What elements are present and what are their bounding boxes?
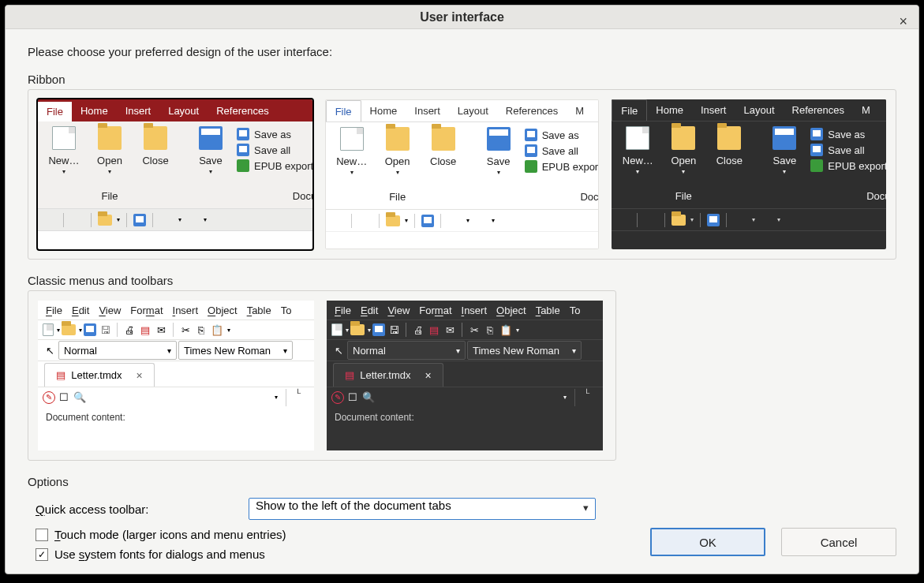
redo-icon[interactable]: ↷ — [758, 213, 772, 227]
save-all-item[interactable]: Save all — [237, 144, 312, 156]
ribbon-tab-more[interactable]: M — [567, 100, 593, 121]
pdf-icon[interactable]: ▤ — [138, 323, 152, 337]
paste-icon[interactable]: 📋 — [210, 323, 224, 337]
save-as-item[interactable]: Save as — [525, 129, 600, 141]
ribbon-tab-home[interactable]: Home — [72, 99, 117, 121]
font-combo[interactable]: Times New Roman — [178, 341, 293, 360]
new-tb-icon[interactable] — [331, 323, 342, 336]
ok-button[interactable]: OK — [650, 528, 765, 556]
ribbon-tab-insert[interactable]: Insert — [117, 99, 160, 121]
pdf-icon[interactable]: ▤ — [427, 323, 441, 337]
ribbon-preview-light[interactable]: File Home Insert Layout References M New… — [325, 99, 600, 249]
menu-tools[interactable]: To — [570, 305, 581, 316]
undo-icon[interactable]: ↶ — [733, 213, 747, 227]
copy-icon[interactable]: ⎘ — [194, 323, 208, 337]
new-button[interactable]: New…▾ — [332, 127, 372, 189]
epub-export-item[interactable]: EPUB export — [810, 159, 886, 172]
redo-icon[interactable]: ↷ — [473, 214, 487, 228]
open-tb-icon[interactable] — [350, 324, 365, 335]
print-icon[interactable]: 🖨 — [122, 323, 137, 337]
style-combo[interactable]: Normal — [347, 341, 466, 360]
menu-file[interactable]: File — [46, 305, 62, 316]
font-combo[interactable]: Times New Roman — [467, 341, 582, 360]
menu-format[interactable]: Format — [130, 305, 163, 316]
ribbon-tab-references[interactable]: References — [208, 99, 277, 121]
new-button[interactable]: New…▾ — [44, 126, 84, 188]
save-as-item[interactable]: Save as — [237, 128, 312, 140]
save-tb-icon[interactable] — [421, 215, 434, 227]
ribbon-preview-dark[interactable]: File Home Insert Layout References M New… — [612, 99, 886, 249]
copy-icon[interactable]: ⎘ — [483, 323, 497, 337]
mail-icon[interactable]: ✉ — [443, 323, 457, 337]
menu-format[interactable]: Format — [419, 305, 451, 316]
ribbon-tab-more[interactable]: M — [853, 99, 879, 121]
menu-edit[interactable]: Edit — [72, 305, 89, 316]
touch-checkbox[interactable] — [36, 529, 48, 541]
tab-close-icon[interactable]: × — [425, 369, 432, 382]
hand-icon[interactable]: ☰ — [358, 214, 372, 228]
close-icon[interactable]: × — [899, 13, 907, 30]
save-tb-icon[interactable] — [707, 214, 720, 226]
print-icon[interactable]: 🖨 — [411, 323, 425, 337]
save-all-item[interactable]: Save all — [810, 144, 886, 156]
ribbon-tab-references[interactable]: References — [784, 99, 853, 121]
open-button[interactable]: Open▾ — [378, 127, 417, 189]
menu-insert[interactable]: Insert — [462, 305, 488, 316]
menu-file[interactable]: File — [335, 305, 351, 316]
flame-icon[interactable]: ✎ — [43, 391, 55, 404]
cancel-button[interactable]: Cancel — [781, 528, 896, 556]
sysfont-checkbox[interactable]: ✓ — [36, 548, 48, 561]
save-button[interactable]: Save▾ — [765, 126, 804, 188]
new-tb-icon[interactable] — [43, 323, 54, 336]
close-button[interactable]: Close — [709, 126, 749, 188]
ribbon-tab-insert[interactable]: Insert — [692, 99, 735, 121]
ribbon-tab-home[interactable]: Home — [647, 99, 692, 121]
menu-object[interactable]: Object — [208, 305, 238, 316]
save-all-tb-icon[interactable]: 🖫 — [387, 323, 401, 337]
cursor-icon[interactable]: ↖ — [331, 343, 346, 357]
list-icon[interactable]: ☐ — [57, 391, 71, 405]
open-tb-icon[interactable] — [98, 215, 112, 226]
new-button[interactable]: New…▾ — [618, 126, 657, 188]
menu-table[interactable]: Table — [247, 305, 271, 316]
menu-edit[interactable]: Edit — [361, 305, 378, 316]
ribbon-tab-layout[interactable]: Layout — [159, 99, 208, 121]
doc-tab[interactable]: ▤ Letter.tmdx × — [44, 363, 155, 387]
hand-icon[interactable]: ☰ — [644, 213, 658, 227]
open-tb-icon[interactable] — [671, 215, 686, 226]
ribbon-tab-file[interactable]: File — [38, 99, 72, 121]
cut-icon[interactable]: ✂ — [467, 323, 481, 337]
ribbon-tab-insert[interactable]: Insert — [406, 100, 449, 121]
mail-icon[interactable]: ✉ — [154, 323, 168, 337]
ribbon-tab-file[interactable]: File — [326, 100, 361, 121]
cursor-icon[interactable]: ↖ — [43, 343, 57, 357]
align-icon[interactable]: ☰ — [616, 213, 630, 227]
align-icon[interactable]: ☰ — [331, 214, 345, 228]
save-button[interactable]: Save▾ — [479, 127, 518, 189]
redo-icon[interactable]: ↷ — [185, 213, 199, 227]
menu-table[interactable]: Table — [536, 305, 560, 316]
save-as-item[interactable]: Save as — [810, 128, 886, 140]
flame-icon[interactable]: ✎ — [331, 391, 344, 404]
ribbon-preview-red[interactable]: File Home Insert Layout References New…▾… — [38, 99, 312, 249]
epub-export-item[interactable]: EPUB export — [525, 160, 600, 173]
ribbon-tab-file[interactable]: File — [612, 99, 647, 121]
open-button[interactable]: Open▾ — [90, 126, 129, 188]
save-all-item[interactable]: Save all — [525, 144, 600, 157]
ribbon-tab-references[interactable]: References — [497, 100, 567, 121]
save-tb-icon[interactable] — [133, 214, 146, 226]
classic-preview-dark[interactable]: File Edit View Format Insert Object Tabl… — [327, 301, 603, 450]
open-tb-icon[interactable] — [62, 324, 76, 335]
search-icon[interactable]: 🔍 — [361, 391, 376, 405]
align-icon[interactable]: ☰ — [43, 213, 57, 227]
list-icon[interactable]: ☐ — [346, 391, 360, 405]
ribbon-tab-layout[interactable]: Layout — [449, 100, 497, 121]
menu-view[interactable]: View — [99, 305, 121, 316]
save-tb-icon[interactable] — [84, 323, 96, 336]
style-combo[interactable]: Normal — [58, 341, 177, 360]
doc-tab[interactable]: ▤ Letter.tmdx × — [333, 363, 443, 387]
menu-tools[interactable]: To — [281, 305, 292, 316]
epub-export-item[interactable]: EPUB export — [237, 159, 312, 172]
undo-icon[interactable]: ↶ — [447, 214, 462, 228]
ribbon-tab-layout[interactable]: Layout — [735, 99, 783, 121]
